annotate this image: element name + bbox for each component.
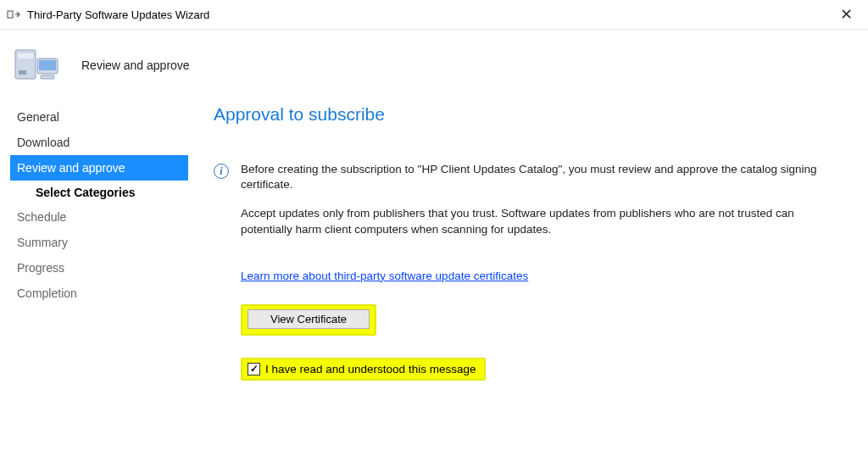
svg-rect-7: [41, 75, 54, 79]
info-box: i Before creating the subscription to "H…: [214, 162, 848, 251]
acknowledge-checkbox-label: I have read and understood this message: [265, 363, 476, 375]
info-text: Before creating the subscription to "HP …: [241, 162, 848, 251]
acknowledge-row: ✓ I have read and understood this messag…: [241, 358, 848, 381]
acknowledge-checkbox[interactable]: ✓: [248, 363, 260, 375]
wizard-sidebar: General Download Review and approve Sele…: [10, 104, 188, 381]
wizard-header: Review and approve: [0, 30, 868, 104]
wizard-header-icon: [12, 42, 61, 89]
svg-rect-6: [39, 60, 56, 70]
info-paragraph-1: Before creating the subscription to "HP …: [241, 162, 848, 192]
info-paragraph-2: Accept updates only from publishers that…: [241, 206, 848, 236]
svg-rect-3: [18, 53, 33, 58]
app-icon: [7, 8, 20, 21]
svg-rect-0: [8, 11, 13, 18]
sidebar-item-completion[interactable]: Completion: [10, 281, 188, 306]
close-button[interactable]: ✕: [829, 5, 860, 24]
title-bar-left: Third-Party Software Updates Wizard: [7, 8, 209, 21]
sidebar-item-download[interactable]: Download: [10, 130, 188, 155]
highlight-annotation: View Certificate: [241, 304, 376, 336]
info-icon: i: [214, 164, 229, 179]
sidebar-item-progress[interactable]: Progress: [10, 255, 188, 281]
learn-more-link[interactable]: Learn more about third-party software up…: [241, 270, 528, 282]
sidebar-item-general[interactable]: General: [10, 104, 188, 130]
sidebar-item-summary[interactable]: Summary: [10, 230, 188, 255]
view-certificate-row: View Certificate: [241, 304, 848, 336]
title-bar: Third-Party Software Updates Wizard ✕: [0, 0, 868, 30]
highlight-annotation-checkbox: ✓ I have read and understood this messag…: [241, 358, 486, 381]
main-panel: Approval to subscribe i Before creating …: [188, 104, 868, 381]
svg-rect-4: [19, 70, 26, 75]
wizard-header-subtitle: Review and approve: [81, 58, 190, 72]
view-certificate-button[interactable]: View Certificate: [248, 309, 370, 329]
content-area: General Download Review and approve Sele…: [0, 104, 868, 381]
window-title: Third-Party Software Updates Wizard: [27, 8, 209, 21]
sidebar-item-review-and-approve[interactable]: Review and approve: [10, 155, 188, 181]
sidebar-subitem-select-categories[interactable]: Select Categories: [10, 181, 188, 204]
page-title: Approval to subscribe: [214, 104, 848, 125]
sidebar-item-schedule[interactable]: Schedule: [10, 204, 188, 230]
